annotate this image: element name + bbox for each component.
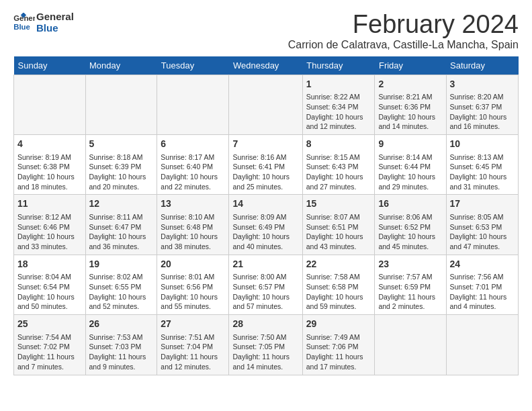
day-info-line: Daylight: 10 hours	[306, 112, 371, 122]
day-info-line: Sunrise: 8:06 AM	[378, 212, 442, 222]
day-info-line: Daylight: 10 hours	[306, 172, 371, 182]
day-info-line: Daylight: 10 hours	[89, 292, 154, 302]
calendar-cell: 11Sunrise: 8:12 AMSunset: 6:46 PMDayligh…	[14, 195, 86, 255]
day-info-line: Daylight: 10 hours	[306, 232, 371, 242]
day-number: 26	[89, 318, 154, 331]
day-info-line: Sunrise: 8:14 AM	[378, 152, 442, 163]
calendar-cell: 17Sunrise: 8:05 AMSunset: 6:53 PMDayligh…	[446, 195, 519, 255]
subtitle: Carrion de Calatrava, Castille-La Mancha…	[288, 39, 519, 51]
day-info-line: and 43 minutes.	[306, 242, 371, 252]
day-number: 15	[306, 197, 371, 211]
day-info-line: Daylight: 10 hours	[17, 232, 82, 242]
logo-line2: Blue	[36, 22, 74, 34]
day-info-line: Sunset: 6:52 PM	[378, 222, 442, 232]
day-number: 4	[17, 138, 82, 151]
day-info-line: Sunrise: 7:57 AM	[378, 272, 442, 282]
calendar-cell: 12Sunrise: 8:11 AMSunset: 6:47 PMDayligh…	[85, 195, 157, 255]
header-tuesday: Tuesday	[157, 56, 229, 75]
day-info-line: Sunrise: 8:01 AM	[161, 272, 225, 282]
day-info-line: Sunset: 6:55 PM	[89, 282, 154, 292]
day-info-line: Sunset: 7:02 PM	[17, 342, 82, 352]
day-info-line: and 7 minutes.	[17, 362, 82, 372]
day-info-line: Sunrise: 7:56 AM	[450, 272, 515, 282]
calendar-cell: 10Sunrise: 8:13 AMSunset: 6:45 PMDayligh…	[446, 135, 519, 195]
day-info-line: Sunset: 6:36 PM	[378, 102, 442, 112]
day-info-line: and 27 minutes.	[306, 182, 371, 192]
day-info-line: Sunset: 6:59 PM	[378, 282, 442, 292]
day-info-line: and 47 minutes.	[450, 242, 515, 252]
day-number: 25	[17, 318, 82, 331]
day-info-line: Daylight: 10 hours	[232, 232, 298, 242]
day-info-line: and 55 minutes.	[161, 302, 225, 312]
day-number: 20	[161, 258, 225, 271]
day-info-line: Sunset: 6:48 PM	[161, 222, 225, 232]
day-number: 18	[17, 258, 82, 271]
day-info-line: and 9 minutes.	[89, 362, 154, 372]
day-info-line: Sunrise: 7:53 AM	[89, 332, 154, 342]
day-info-line: and 45 minutes.	[378, 242, 442, 252]
day-info-line: and 25 minutes.	[232, 182, 298, 192]
calendar-cell: 3Sunrise: 8:20 AMSunset: 6:37 PMDaylight…	[446, 75, 519, 134]
week-row-5: 25Sunrise: 7:54 AMSunset: 7:02 PMDayligh…	[14, 315, 519, 375]
calendar-cell	[446, 315, 519, 375]
day-info-line: Daylight: 10 hours	[232, 172, 298, 182]
day-info-line: Sunset: 6:53 PM	[450, 222, 515, 232]
day-number: 11	[17, 197, 82, 211]
day-info-line: Sunset: 7:05 PM	[232, 342, 298, 352]
day-number: 6	[161, 138, 225, 151]
day-info-line: Sunrise: 8:15 AM	[306, 152, 371, 163]
day-info-line: Sunset: 6:39 PM	[89, 162, 154, 172]
day-info-line: and 57 minutes.	[232, 302, 298, 312]
day-info-line: Daylight: 10 hours	[161, 232, 225, 242]
day-info-line: Sunset: 6:51 PM	[306, 222, 371, 232]
day-number: 7	[232, 138, 298, 151]
calendar-cell: 25Sunrise: 7:54 AMSunset: 7:02 PMDayligh…	[14, 315, 86, 375]
day-info-line: and 36 minutes.	[89, 242, 154, 252]
calendar-table: SundayMondayTuesdayWednesdayThursdayFrid…	[13, 56, 519, 375]
day-info-line: Sunrise: 8:05 AM	[450, 212, 515, 222]
day-info-line: and 12 minutes.	[161, 362, 225, 372]
day-number: 22	[306, 258, 371, 271]
header-friday: Friday	[375, 56, 446, 75]
day-info-line: Daylight: 10 hours	[450, 232, 515, 242]
day-number: 5	[89, 138, 154, 151]
day-info-line: Sunset: 7:06 PM	[306, 342, 371, 352]
day-number: 29	[306, 318, 371, 331]
calendar-cell: 18Sunrise: 8:04 AMSunset: 6:54 PMDayligh…	[14, 255, 86, 314]
day-info-line: and 38 minutes.	[161, 242, 225, 252]
logo-line1: General	[36, 11, 74, 22]
day-number: 13	[161, 197, 225, 211]
day-number: 21	[232, 258, 298, 271]
day-info-line: Sunset: 6:58 PM	[306, 282, 371, 292]
calendar-cell: 4Sunrise: 8:19 AMSunset: 6:38 PMDaylight…	[14, 135, 86, 195]
calendar-cell: 19Sunrise: 8:02 AMSunset: 6:55 PMDayligh…	[85, 255, 157, 314]
day-number: 3	[450, 78, 515, 91]
week-row-4: 18Sunrise: 8:04 AMSunset: 6:54 PMDayligh…	[14, 255, 519, 314]
day-info-line: Sunrise: 7:50 AM	[232, 332, 298, 342]
day-info-line: Daylight: 11 hours	[17, 352, 82, 362]
day-number: 23	[378, 258, 442, 271]
calendar-cell: 15Sunrise: 8:07 AMSunset: 6:51 PMDayligh…	[302, 195, 375, 255]
day-info-line: Daylight: 10 hours	[161, 172, 225, 182]
day-info-line: Sunset: 6:41 PM	[232, 162, 298, 172]
day-info-line: Sunset: 6:40 PM	[161, 162, 225, 172]
day-info-line: Daylight: 11 hours	[306, 352, 371, 362]
week-row-2: 4Sunrise: 8:19 AMSunset: 6:38 PMDaylight…	[14, 135, 519, 195]
day-info-line: Daylight: 10 hours	[161, 292, 225, 302]
day-info-line: and 18 minutes.	[17, 182, 82, 192]
day-info-line: Sunset: 6:49 PM	[232, 222, 298, 232]
day-info-line: Sunset: 6:47 PM	[89, 222, 154, 232]
main-title: February 2024	[288, 11, 519, 39]
day-info-line: and 52 minutes.	[89, 302, 154, 312]
calendar-cell: 16Sunrise: 8:06 AMSunset: 6:52 PMDayligh…	[375, 195, 446, 255]
day-info-line: Sunset: 7:03 PM	[89, 342, 154, 352]
calendar-cell: 9Sunrise: 8:14 AMSunset: 6:44 PMDaylight…	[375, 135, 446, 195]
day-number: 10	[450, 138, 515, 151]
day-info-line: Sunset: 6:44 PM	[378, 162, 442, 172]
day-info-line: and 22 minutes.	[161, 182, 225, 192]
day-info-line: Sunrise: 8:12 AM	[17, 212, 82, 222]
header-saturday: Saturday	[446, 56, 519, 75]
day-number: 24	[450, 258, 515, 271]
day-number: 16	[378, 197, 442, 211]
day-info-line: Sunrise: 8:10 AM	[161, 212, 225, 222]
